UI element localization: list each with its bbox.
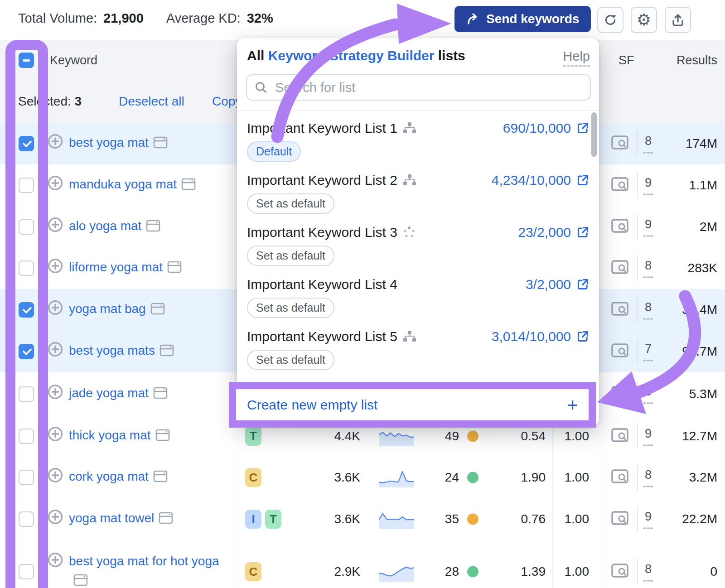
keyword-link[interactable]: liforme yoga mat <box>69 260 163 274</box>
list-count-link[interactable]: 4,234/10,000 <box>492 173 589 188</box>
serp-analysis-icon[interactable] <box>611 218 630 236</box>
serp-analysis-icon[interactable] <box>611 386 630 403</box>
popup-scrollbar[interactable] <box>591 112 597 157</box>
sf-value[interactable]: 6 <box>643 384 653 404</box>
add-keyword-icon[interactable] <box>47 217 63 235</box>
add-keyword-icon[interactable] <box>47 426 63 444</box>
serp-window-icon[interactable] <box>155 428 170 447</box>
sf-value[interactable]: 9 <box>643 510 653 529</box>
keyword-column-header[interactable]: Keyword <box>50 53 97 67</box>
serp-window-icon[interactable] <box>153 135 168 154</box>
sf-value[interactable]: 7 <box>643 342 653 361</box>
serp-window-icon[interactable] <box>153 469 168 488</box>
row-checkbox[interactable] <box>19 386 34 402</box>
list-count-link[interactable]: 690/10,000 <box>503 120 589 136</box>
list-item[interactable]: Important Keyword List 2 4,234/10,000 Se… <box>247 163 589 215</box>
serp-window-icon[interactable] <box>160 343 174 362</box>
keyword-link[interactable]: yoga mat bag <box>69 302 146 316</box>
list-item[interactable]: Important Keyword List 5 3,014/10,000 Se… <box>247 319 589 371</box>
row-checkbox[interactable] <box>19 178 34 193</box>
add-keyword-icon[interactable] <box>47 509 63 527</box>
add-keyword-icon[interactable] <box>47 384 63 402</box>
intent-badge-commercial[interactable]: C <box>245 562 261 581</box>
serp-window-icon[interactable] <box>150 301 165 320</box>
sf-value[interactable]: 8 <box>643 259 653 278</box>
sf-column-header[interactable]: SF <box>619 53 634 67</box>
serp-window-icon[interactable] <box>181 177 196 196</box>
sf-value[interactable]: 9 <box>643 176 653 195</box>
send-keywords-button[interactable]: Send keywords <box>454 6 591 32</box>
serp-analysis-icon[interactable] <box>611 260 630 277</box>
row-checkbox[interactable] <box>19 344 34 359</box>
keyword-link[interactable]: best yoga mat for hot yoga <box>69 554 219 568</box>
serp-window-icon[interactable] <box>167 260 182 279</box>
row-checkbox[interactable] <box>19 564 34 579</box>
serp-analysis-icon[interactable] <box>611 469 630 486</box>
add-keyword-icon[interactable] <box>47 133 63 151</box>
sf-value[interactable]: 8 <box>643 134 653 154</box>
sf-value[interactable]: 9 <box>643 217 653 236</box>
add-keyword-icon[interactable] <box>47 299 63 318</box>
keyword-link[interactable]: manduka yoga mat <box>69 177 177 191</box>
row-checkbox[interactable] <box>19 511 34 527</box>
serp-analysis-icon[interactable] <box>611 563 630 580</box>
keyword-link[interactable]: best yoga mat <box>69 135 149 149</box>
set-as-default-button[interactable]: Set as default <box>247 246 334 266</box>
list-item[interactable]: Important Keyword List 3 23/2,000 Set as… <box>247 215 589 267</box>
keyword-strategy-builder-link[interactable]: Keyword Strategy Builder <box>268 48 435 63</box>
list-item[interactable]: Important Keyword List 4 3/2,000 Set as … <box>247 267 589 319</box>
row-checkbox[interactable] <box>19 136 34 151</box>
serp-analysis-icon[interactable] <box>611 428 630 445</box>
sf-value[interactable]: 9 <box>643 426 653 446</box>
keyword-link[interactable]: alo yoga mat <box>69 219 141 233</box>
row-checkbox[interactable] <box>19 470 34 485</box>
refresh-button[interactable] <box>597 7 624 33</box>
add-keyword-icon[interactable] <box>47 552 63 570</box>
add-keyword-icon[interactable] <box>47 175 63 193</box>
table-row[interactable]: best yoga mat for hot yoga C 2.9K 28 1.3… <box>0 540 725 588</box>
list-count-link[interactable]: 23/2,000 <box>518 225 589 240</box>
serp-analysis-icon[interactable] <box>611 135 630 152</box>
create-new-empty-list-button[interactable]: Create new empty list + <box>239 389 586 420</box>
serp-window-icon[interactable] <box>159 511 173 530</box>
serp-analysis-icon[interactable] <box>611 511 630 528</box>
serp-analysis-icon[interactable] <box>611 301 630 318</box>
intent-badge-commercial[interactable]: C <box>245 468 261 487</box>
select-all-checkbox[interactable] <box>19 53 34 68</box>
row-checkbox[interactable] <box>19 219 34 235</box>
search-list-input[interactable]: Search for list <box>246 74 591 101</box>
add-keyword-icon[interactable] <box>47 258 63 276</box>
add-keyword-icon[interactable] <box>47 341 63 359</box>
add-keyword-icon[interactable] <box>47 467 63 485</box>
sf-value[interactable]: 8 <box>643 300 653 320</box>
keyword-link[interactable]: jade yoga mat <box>69 386 149 400</box>
list-item[interactable]: Important Keyword List 1 690/10,000 Defa… <box>247 111 589 163</box>
table-row[interactable]: cork yoga mat C 3.6K 24 1.90 1.00 8 3.2M <box>0 457 725 499</box>
serp-analysis-icon[interactable] <box>611 177 630 194</box>
settings-button[interactable]: ⚙ <box>631 7 657 33</box>
row-checkbox[interactable] <box>19 429 34 444</box>
results-column-header[interactable]: Results <box>677 53 717 67</box>
serp-window-icon[interactable] <box>146 218 160 237</box>
set-as-default-button[interactable]: Set as default <box>247 350 334 370</box>
intent-badge-transactional[interactable]: T <box>245 427 261 446</box>
sf-value[interactable]: 8 <box>643 562 653 582</box>
intent-badge-informational[interactable]: I <box>245 510 261 529</box>
set-as-default-button[interactable]: Set as default <box>247 298 334 318</box>
table-row[interactable]: yoga mat towel I T 3.6K 35 0.76 1.00 9 2… <box>0 498 725 540</box>
keyword-link[interactable]: best yoga mats <box>69 343 155 357</box>
intent-badge-transactional[interactable]: T <box>265 510 281 529</box>
keyword-link[interactable]: thick yoga mat <box>69 428 151 442</box>
list-count-link[interactable]: 3,014/10,000 <box>492 329 589 344</box>
list-count-link[interactable]: 3/2,000 <box>526 277 589 292</box>
serp-window-icon[interactable] <box>153 386 168 405</box>
export-button[interactable] <box>665 7 691 33</box>
set-as-default-button[interactable]: Set as default <box>247 193 334 214</box>
help-link[interactable]: Help <box>563 49 590 67</box>
keyword-link[interactable]: cork yoga mat <box>69 469 149 483</box>
serp-analysis-icon[interactable] <box>611 343 630 360</box>
serp-window-icon[interactable] <box>73 573 88 588</box>
keyword-link[interactable]: yoga mat towel <box>69 511 154 525</box>
row-checkbox[interactable] <box>19 302 34 318</box>
row-checkbox[interactable] <box>19 260 34 276</box>
